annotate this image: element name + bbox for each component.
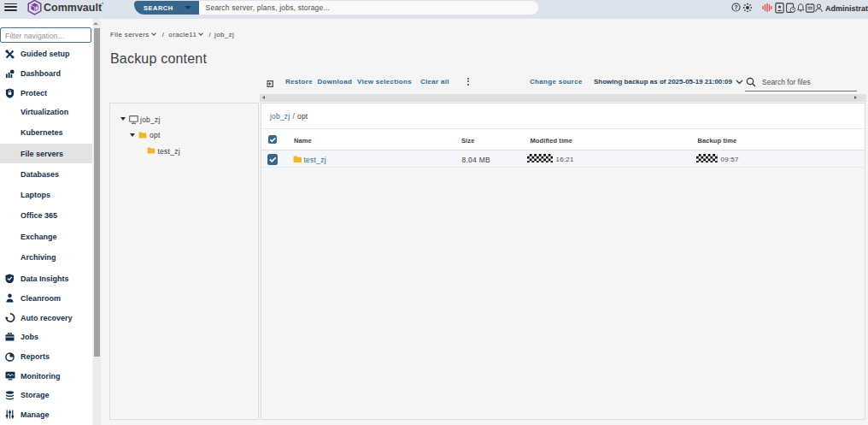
svg-text:?: ? <box>734 3 738 11</box>
